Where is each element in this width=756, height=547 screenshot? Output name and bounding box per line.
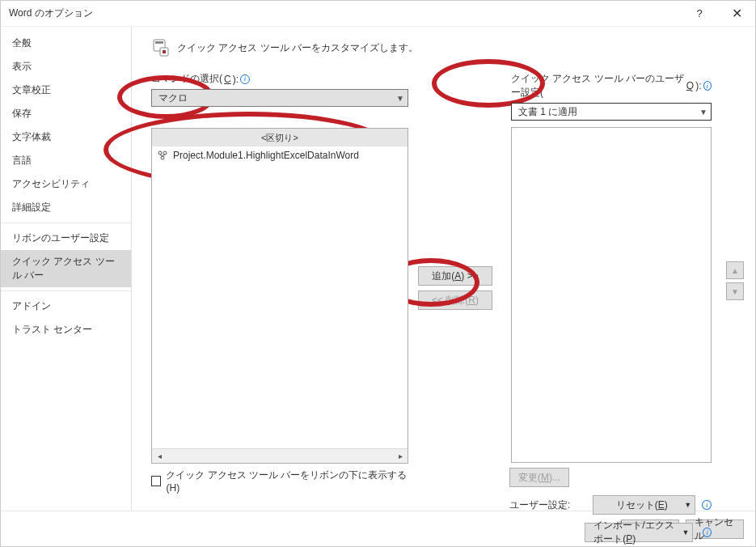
info-icon[interactable]: i bbox=[703, 528, 712, 537]
help-button[interactable]: ? bbox=[681, 1, 718, 27]
dialog-title-bar: Word のオプション ? ✕ bbox=[1, 1, 755, 27]
info-icon[interactable]: i bbox=[240, 74, 250, 84]
sidebar-item-save[interactable]: 保存 bbox=[1, 102, 131, 125]
reset-dropdown-button[interactable]: リセット(E)▼ bbox=[593, 495, 695, 515]
sidebar-item-addins[interactable]: アドイン bbox=[1, 290, 131, 318]
sidebar-item-display[interactable]: 表示 bbox=[1, 55, 131, 78]
horizontal-scrollbar[interactable]: ◂ ▸ bbox=[152, 448, 408, 463]
customizations-label: ユーザー設定: bbox=[509, 498, 586, 512]
customize-qat-for-dropdown[interactable]: 文書 1 に適用 ▼ bbox=[511, 103, 712, 121]
sidebar-item-advanced[interactable]: 詳細設定 bbox=[1, 196, 131, 219]
import-export-dropdown-button[interactable]: インポート/エクスポート(P)▼ bbox=[585, 523, 693, 542]
svg-rect-1 bbox=[155, 41, 163, 44]
available-commands-list[interactable]: <区切り> Project.Module1.HighlightExcelData… bbox=[151, 128, 408, 464]
sidebar-item-accessibility[interactable]: アクセシビリティ bbox=[1, 172, 131, 196]
macro-icon bbox=[157, 150, 168, 161]
remove-button[interactable]: << 削除(R) bbox=[418, 290, 492, 310]
sidebar-item-general[interactable]: 全般 bbox=[1, 32, 131, 55]
options-sidebar: 全般 表示 文章校正 保存 文字体裁 言語 アクセシビリティ 詳細設定 リボンの… bbox=[1, 27, 132, 511]
show-below-ribbon-label: クイック アクセス ツール バーをリボンの下に表示する(H) bbox=[166, 469, 408, 494]
move-down-button[interactable]: ▼ bbox=[726, 282, 744, 300]
customize-qat-for-label: クイック アクセス ツール バーのユーザー設定(Q): i bbox=[511, 72, 712, 100]
add-button[interactable]: 追加(A) >> bbox=[418, 266, 492, 286]
dialog-title: Word のオプション bbox=[9, 6, 93, 20]
svg-point-6 bbox=[161, 156, 164, 159]
modify-button[interactable]: 変更(M)... bbox=[509, 468, 569, 487]
svg-rect-3 bbox=[163, 50, 166, 53]
qat-customize-icon bbox=[151, 38, 171, 57]
sidebar-item-trust-center[interactable]: トラスト センター bbox=[1, 318, 131, 341]
move-up-button[interactable]: ▲ bbox=[726, 261, 744, 279]
sidebar-item-proofing[interactable]: 文章校正 bbox=[1, 78, 131, 102]
info-icon[interactable]: i bbox=[702, 500, 712, 510]
svg-point-4 bbox=[158, 151, 162, 155]
info-icon[interactable]: i bbox=[703, 81, 712, 91]
current-commands-list[interactable] bbox=[511, 127, 712, 463]
sidebar-item-language[interactable]: 言語 bbox=[1, 149, 131, 172]
options-main-panel: クイック アクセス ツール バーをカスタマイズします。 コマンドの選択(C): … bbox=[132, 27, 755, 511]
sidebar-item-customize-ribbon[interactable]: リボンのユーザー設定 bbox=[1, 223, 131, 250]
panel-heading: クイック アクセス ツール バーをカスタマイズします。 bbox=[177, 41, 418, 55]
window-controls: ? ✕ bbox=[681, 1, 755, 27]
chevron-down-icon: ▼ bbox=[699, 108, 707, 117]
svg-line-8 bbox=[163, 155, 165, 156]
sidebar-item-typography[interactable]: 文字体裁 bbox=[1, 125, 131, 149]
show-below-ribbon-checkbox[interactable] bbox=[151, 476, 161, 486]
sidebar-item-quick-access-toolbar[interactable]: クイック アクセス ツール バー bbox=[1, 250, 131, 287]
svg-line-7 bbox=[160, 155, 163, 156]
chevron-down-icon: ▼ bbox=[396, 94, 404, 103]
close-button[interactable]: ✕ bbox=[718, 1, 755, 27]
list-item[interactable]: Project.Module1.HighlightExcelDataInWord bbox=[152, 146, 408, 164]
svg-point-5 bbox=[163, 151, 167, 155]
separator-row[interactable]: <区切り> bbox=[152, 129, 408, 146]
choose-commands-from-dropdown[interactable]: マクロ ▼ bbox=[151, 89, 408, 107]
choose-commands-from-label: コマンドの選択(C): i bbox=[151, 72, 408, 86]
